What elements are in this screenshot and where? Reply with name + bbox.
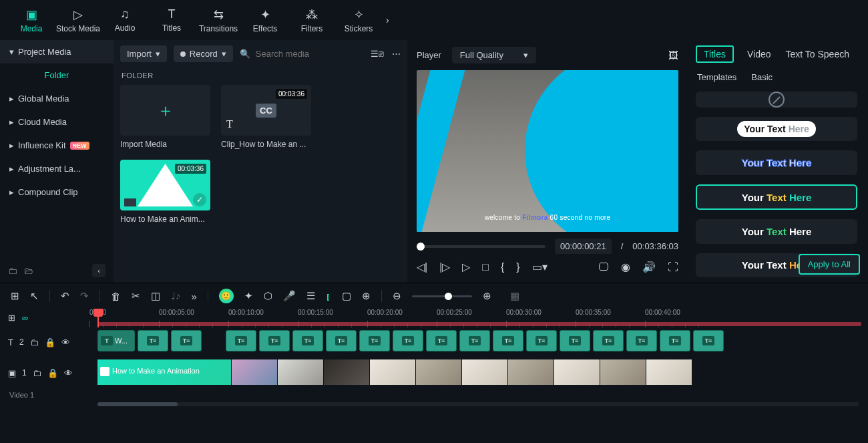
- video-clip[interactable]: [554, 359, 600, 385]
- text-clip[interactable]: T≡: [693, 330, 724, 351]
- text-clip[interactable]: T≡: [359, 330, 390, 351]
- record-button[interactable]: Record▾: [174, 45, 233, 62]
- text-clip[interactable]: T≡: [426, 330, 457, 351]
- camera-icon[interactable]: ◉: [621, 261, 630, 273]
- video-clip[interactable]: [600, 359, 646, 385]
- undo-icon[interactable]: ↶: [61, 290, 69, 302]
- title-template-outline[interactable]: Your Text Here: [696, 150, 857, 174]
- apply-to-all-button[interactable]: Apply to All: [799, 254, 860, 275]
- text-clip[interactable]: T≡: [660, 330, 690, 351]
- collapse-sidebar-button[interactable]: ‹: [92, 264, 105, 277]
- text-clip[interactable]: T≡: [138, 330, 168, 351]
- tab-media[interactable]: ▣Media: [8, 3, 55, 37]
- text-clip[interactable]: T≡: [493, 330, 523, 351]
- zoom-slider[interactable]: [412, 295, 472, 297]
- video-clip[interactable]: [232, 359, 277, 385]
- more-icon[interactable]: ⋯: [392, 49, 401, 59]
- rtab-titles[interactable]: Titles: [696, 45, 734, 63]
- subtab-basic[interactable]: Basic: [750, 69, 774, 85]
- text-clip[interactable]: T≡: [259, 330, 290, 351]
- video-clip[interactable]: [508, 359, 554, 385]
- video-preview[interactable]: welcome to Filmora 60 second no more: [417, 70, 678, 232]
- filter-icon[interactable]: ☰⎚: [371, 49, 384, 59]
- video-clip[interactable]: [416, 359, 461, 385]
- crop-icon[interactable]: ◫: [151, 290, 160, 302]
- timeline-scrollbar[interactable]: [97, 402, 859, 406]
- text-clip[interactable]: T≡: [593, 330, 624, 351]
- clip-video-tile[interactable]: 00:03:36 ✓: [120, 160, 210, 210]
- video-clip[interactable]: [97, 359, 231, 385]
- text-clip[interactable]: TW...: [97, 330, 135, 351]
- tab-titles[interactable]: TTitles: [148, 3, 195, 37]
- volume-icon[interactable]: 🔊: [642, 261, 656, 273]
- more-tools-icon[interactable]: »: [192, 291, 197, 302]
- tab-filters[interactable]: ⁂Filters: [288, 3, 335, 37]
- display-icon[interactable]: 🖵: [598, 261, 609, 273]
- grid-icon[interactable]: ▦: [510, 290, 519, 302]
- screen-icon[interactable]: ▢: [342, 290, 351, 302]
- tab-effects[interactable]: ✦Effects: [242, 3, 288, 37]
- seek-bar[interactable]: [417, 245, 546, 248]
- text-clip[interactable]: T≡: [393, 330, 423, 351]
- mark-out-icon[interactable]: }: [516, 261, 519, 273]
- text-track[interactable]: TW...T≡T≡T≡T≡T≡T≡T≡T≡T≡T≡T≡T≡T≡T≡T≡T≡T≡: [89, 330, 868, 354]
- sidebar-adjustment-layer[interactable]: ▸Adjustment La...: [0, 157, 114, 180]
- delete-icon[interactable]: 🗑: [111, 291, 121, 302]
- ai-assistant-icon[interactable]: 🙂: [219, 289, 234, 303]
- music-icon[interactable]: ♩♪: [171, 290, 181, 302]
- zoom-in-icon[interactable]: ⊕: [483, 290, 491, 302]
- text-clip[interactable]: T≡: [459, 330, 490, 351]
- sidebar-global-media[interactable]: ▸Global Media: [0, 87, 114, 110]
- shield-icon[interactable]: ⬡: [264, 290, 272, 302]
- folder-icon[interactable]: 🗀: [30, 337, 39, 347]
- folder-icon[interactable]: 🗀: [33, 368, 41, 378]
- snap-icon[interactable]: ⊞: [11, 290, 19, 302]
- search-media-input[interactable]: [256, 49, 336, 59]
- text-clip[interactable]: T≡: [626, 330, 657, 351]
- tab-stickers[interactable]: ✧Stickers: [335, 3, 382, 37]
- zoom-out-icon[interactable]: ⊖: [393, 290, 401, 302]
- redo-icon[interactable]: ↷: [80, 290, 89, 302]
- fullscreen-icon[interactable]: ⛶: [668, 261, 678, 273]
- mic-icon[interactable]: 🎤: [283, 290, 296, 302]
- add-track-icon[interactable]: ⊞: [8, 313, 15, 323]
- link-icon[interactable]: ∞: [22, 313, 28, 323]
- rtab-video[interactable]: Video: [746, 46, 773, 62]
- ratio-icon[interactable]: ▭▾: [532, 261, 548, 273]
- marker-icon[interactable]: ⫿: [326, 291, 331, 302]
- lock-icon[interactable]: 🔒: [47, 368, 58, 378]
- text-clip[interactable]: T≡: [560, 330, 590, 351]
- subtab-templates[interactable]: Templates: [696, 69, 738, 85]
- prev-frame-icon[interactable]: ◁|: [417, 261, 427, 273]
- more-tabs-icon[interactable]: ›: [386, 15, 389, 25]
- next-frame-icon[interactable]: |▷: [439, 261, 450, 273]
- scrollbar-thumb[interactable]: [97, 402, 178, 406]
- sidebar-cloud-media[interactable]: ▸Cloud Media: [0, 110, 114, 134]
- mark-in-icon[interactable]: {: [501, 261, 504, 273]
- import-button[interactable]: Import▾: [120, 45, 167, 62]
- title-template-tricolor[interactable]: Your Text Here: [696, 184, 857, 210]
- split-icon[interactable]: ✂: [132, 290, 140, 302]
- text-clip[interactable]: T≡: [526, 330, 557, 351]
- import-media-tile[interactable]: ＋: [120, 85, 210, 136]
- zoom-handle[interactable]: [445, 293, 452, 300]
- sidebar-folder[interactable]: Folder: [0, 63, 114, 87]
- sidebar-project-media[interactable]: ▾Project Media: [0, 40, 114, 63]
- video-clip[interactable]: [324, 359, 369, 385]
- text-clip[interactable]: T≡: [226, 330, 256, 351]
- lock-icon[interactable]: 🔒: [45, 337, 55, 347]
- snapshot-icon[interactable]: 🖼: [668, 49, 678, 61]
- text-clip[interactable]: T≡: [292, 330, 323, 351]
- sparkle-icon[interactable]: ✦: [244, 290, 253, 302]
- clip-cc-tile[interactable]: CC T 00:03:36: [221, 85, 311, 136]
- video-clip[interactable]: [646, 359, 692, 385]
- title-template-pill[interactable]: Your Text Here: [696, 117, 857, 141]
- tab-transitions[interactable]: ⇆Transitions: [195, 3, 242, 37]
- stop-icon[interactable]: □: [482, 261, 489, 273]
- timeline-ruler[interactable]: 00:0000:00:05:0000:00:10:0000:00:15:0000…: [89, 309, 868, 327]
- video-clip[interactable]: [462, 359, 507, 385]
- video-clip[interactable]: [278, 359, 323, 385]
- title-template-green[interactable]: Your Text Here: [696, 219, 857, 243]
- tab-stock-media[interactable]: ▷Stock Media: [55, 3, 101, 37]
- seek-handle[interactable]: [417, 243, 425, 251]
